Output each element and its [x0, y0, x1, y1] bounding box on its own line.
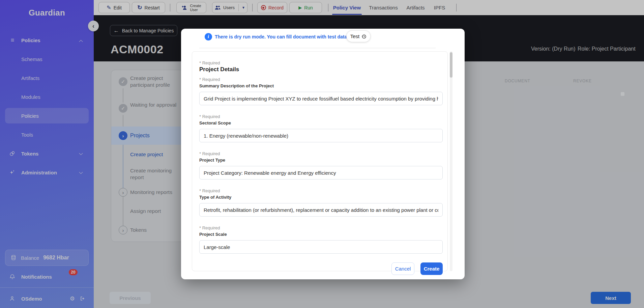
field-label: Project Scale: [199, 231, 442, 237]
field-label: Type of Activity: [199, 194, 442, 200]
project-scale-input[interactable]: [199, 240, 443, 254]
create-project-dialog: i There is dry run mode. You can fill do…: [181, 29, 465, 279]
field-required-note: * Required: [199, 225, 442, 231]
sectoral-scope-input[interactable]: [199, 129, 443, 142]
form-field: * Required Project Scale: [199, 225, 442, 254]
form-scrollbar-thumb[interactable]: [450, 52, 452, 78]
app-screen: Guardian ≡ Policies Schemas Artifacts Mo…: [0, 0, 644, 308]
cancel-button[interactable]: Cancel: [391, 262, 414, 275]
test-label: Test: [350, 33, 360, 39]
create-button[interactable]: Create: [420, 262, 443, 275]
project-details-form: * Required Project Details * Required Su…: [192, 51, 448, 271]
form-field: * Required Summary Description of the Pr…: [199, 77, 442, 105]
field-required-note: * Required: [199, 188, 442, 194]
type-of-activity-input[interactable]: [199, 203, 443, 217]
field-label: Summary Description of the Project: [199, 83, 442, 89]
history-icon: [361, 34, 367, 39]
form-title: Project Details: [199, 66, 442, 73]
test-fill-button[interactable]: Test: [346, 30, 371, 42]
form-field: * Required Project Type: [199, 151, 442, 179]
dry-run-banner-text: There is dry run mode. You can fill docu…: [215, 34, 349, 39]
field-required-note: * Required: [199, 151, 442, 157]
required-note: * Required: [199, 60, 442, 66]
field-label: Project Type: [199, 157, 442, 163]
info-icon: i: [205, 33, 212, 40]
form-scrollbar[interactable]: [450, 51, 452, 271]
field-required-note: * Required: [199, 77, 442, 82]
project-type-input[interactable]: [199, 166, 443, 179]
field-label: Sectoral Scope: [199, 120, 442, 126]
field-required-note: * Required: [199, 114, 442, 119]
form-field: * Required Type of Activity: [199, 188, 442, 217]
dialog-actions: Cancel Create: [391, 262, 443, 275]
form-field: * Required Sectoral Scope: [199, 114, 442, 142]
banner-divider: [199, 48, 436, 48]
summary-description-input[interactable]: [199, 92, 443, 105]
